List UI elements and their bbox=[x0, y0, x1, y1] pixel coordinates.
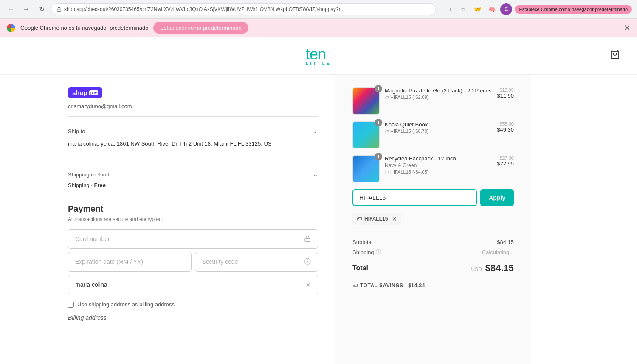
banner-text: Google Chrome no es tu navegador predete… bbox=[20, 25, 148, 31]
payment-title: Payment bbox=[68, 204, 318, 214]
subtotal-value: $84.15 bbox=[497, 239, 514, 245]
item-prices-backpack: $27.00 $22.95 bbox=[497, 155, 514, 167]
discount-remove-button[interactable]: ✕ bbox=[392, 216, 397, 222]
shopping-bag-icon bbox=[610, 49, 620, 59]
name-on-card-field[interactable]: ✕ bbox=[68, 275, 318, 294]
item-info-backpack: Recycled Backpack - 12 Inch Navy & Green… bbox=[385, 155, 492, 174]
payment-subtitle: All transactions are secure and encrypte… bbox=[68, 216, 318, 222]
browser-chrome: ← → ↻ shop.app/checkout/26030735465/cn/Z… bbox=[0, 0, 637, 19]
tag-icon: 🏷 bbox=[385, 170, 389, 174]
billing-same-label[interactable]: Use shipping address as billing address bbox=[77, 301, 175, 308]
name-on-card-input[interactable] bbox=[75, 275, 305, 294]
item-image-wrap: 1 bbox=[352, 121, 380, 148]
lock-icon bbox=[56, 7, 62, 12]
back-button[interactable]: ← bbox=[5, 3, 17, 15]
card-lock-icon bbox=[304, 235, 311, 242]
item-discount: 🏷 HIFALL15 (-$2.09) bbox=[385, 95, 492, 100]
shop-pay-logo: shop pay bbox=[68, 87, 102, 98]
expiry-security-row: ⓘ bbox=[68, 252, 318, 272]
security-code-input[interactable] bbox=[202, 252, 304, 271]
url-text: shop.app/checkout/26030735465/cn/Z2NwLXV… bbox=[64, 6, 344, 12]
item-badge-qty: 1 bbox=[375, 153, 382, 160]
svg-rect-2 bbox=[305, 238, 310, 241]
banner-close-button[interactable]: ✕ bbox=[624, 23, 630, 33]
item-prices-puzzle: $13.99 $11.90 bbox=[497, 87, 514, 99]
total-currency: USD bbox=[471, 266, 482, 272]
discount-code-input[interactable] bbox=[352, 189, 477, 206]
ship-to-row[interactable]: Ship to ⌄ bbox=[68, 123, 318, 139]
expiry-field[interactable] bbox=[68, 252, 192, 272]
item-name: Koala Quiet Book bbox=[385, 121, 492, 128]
security-code-field[interactable]: ⓘ bbox=[195, 252, 318, 272]
set-default-button[interactable]: Establecer como predeterminado bbox=[153, 22, 248, 34]
billing-checkbox-row[interactable]: Use shipping address as billing address bbox=[68, 301, 318, 308]
chrome-logo-icon bbox=[7, 24, 15, 32]
logo-ten: ten bbox=[306, 45, 326, 63]
item-discount: 🏷 HIFALL15 (-$4.05) bbox=[385, 169, 492, 174]
item-prices-koala: $58.00 $49.30 bbox=[497, 121, 514, 133]
extensions-button[interactable]: 🤝 bbox=[471, 3, 483, 15]
savings-label: TOTAL SAVINGS $14.84 bbox=[360, 283, 425, 288]
forward-button[interactable]: → bbox=[20, 3, 32, 15]
item-final-price: $22.95 bbox=[497, 160, 514, 167]
shop-pay-email: crismaryduno@gmail.com bbox=[68, 103, 318, 109]
total-savings-row: 🏷 TOTAL SAVINGS $14.84 bbox=[352, 279, 514, 288]
item-final-price: $49.30 bbox=[497, 126, 514, 133]
subtotal-row: Subtotal $84.15 bbox=[352, 237, 514, 247]
puzzle-button[interactable]: 🧠 bbox=[486, 3, 498, 15]
browser-action-group: □ ☆ 🤝 🧠 C Establece Chrome como navegado… bbox=[443, 3, 632, 15]
card-number-input[interactable] bbox=[75, 230, 304, 248]
subtotal-label: Subtotal bbox=[352, 239, 373, 245]
total-value-wrap: USD $84.15 bbox=[471, 263, 514, 274]
logo-little: LITTLE bbox=[306, 61, 331, 66]
item-info-koala: Koala Quiet Book 🏷 HIFALL15 (-$8.70) bbox=[385, 121, 492, 134]
checkout-layout: shop pay crismaryduno@gmail.com Ship to … bbox=[0, 75, 637, 364]
expiry-input[interactable] bbox=[75, 252, 184, 271]
shipping-method-label: Shipping method bbox=[68, 171, 110, 178]
star-button[interactable]: ☆ bbox=[457, 3, 469, 15]
svg-rect-0 bbox=[57, 9, 61, 11]
item-original-price: $27.00 bbox=[497, 155, 514, 160]
payment-section: Payment All transactions are secure and … bbox=[68, 204, 318, 321]
applied-discount-code: HIFALL15 bbox=[364, 216, 388, 222]
order-item: 1 Koala Quiet Book 🏷 HIFALL15 (-$8.70) $… bbox=[352, 121, 514, 148]
reload-button[interactable]: ↻ bbox=[36, 3, 48, 15]
security-help-icon[interactable]: ⓘ bbox=[304, 258, 311, 266]
ship-to-address: maria colina, yeica, 1861 NW South River… bbox=[68, 140, 318, 151]
item-info-puzzle: Magnetic Puzzle to Go (2 Pack) - 20 Piec… bbox=[385, 87, 492, 100]
divider-2 bbox=[68, 160, 318, 160]
total-value: $84.15 bbox=[485, 263, 514, 273]
total-row: Total USD $84.15 bbox=[352, 261, 514, 275]
item-badge-qty: 1 bbox=[375, 85, 382, 92]
totals-section: Subtotal $84.15 Shipping ⓘ Calculating..… bbox=[352, 232, 514, 288]
clear-name-icon[interactable]: ✕ bbox=[305, 281, 311, 289]
cart-icon[interactable] bbox=[610, 49, 620, 62]
profile-button[interactable]: C bbox=[500, 3, 512, 15]
shipping-info-icon[interactable]: ⓘ bbox=[376, 249, 381, 256]
shop-pay-badge: pay bbox=[89, 90, 99, 95]
logo: ten LITTLE bbox=[306, 45, 331, 66]
card-number-field[interactable] bbox=[68, 229, 318, 249]
default-browser-banner: Google Chrome no es tu navegador predete… bbox=[0, 19, 637, 37]
tag-icon: 🏷 bbox=[385, 129, 389, 134]
item-variant: Navy & Green bbox=[385, 162, 492, 168]
tag-icon: 🏷 bbox=[385, 95, 389, 100]
address-bar[interactable]: shop.app/checkout/26030735465/cn/Z2NwLXV… bbox=[51, 3, 436, 15]
billing-same-checkbox[interactable] bbox=[68, 302, 74, 308]
item-discount: 🏷 HIFALL15 (-$8.70) bbox=[385, 129, 492, 134]
shipping-method-section: Shipping method ⌄ Shipping · Free bbox=[68, 167, 318, 188]
item-image-wrap: 1 bbox=[352, 155, 380, 182]
divider-3 bbox=[68, 197, 318, 197]
shipping-label: Shipping ⓘ bbox=[352, 249, 381, 256]
ship-to-section: Ship to ⌄ maria colina, yeica, 1861 NW S… bbox=[68, 123, 318, 151]
order-item: 1 Recycled Backpack - 12 Inch Navy & Gre… bbox=[352, 155, 514, 182]
apply-discount-button[interactable]: Apply bbox=[480, 189, 514, 206]
discount-code-row: Apply bbox=[352, 189, 514, 206]
screenshot-button[interactable]: □ bbox=[443, 3, 454, 15]
ship-to-label: Ship to bbox=[68, 128, 85, 134]
ship-to-chevron-icon: ⌄ bbox=[313, 128, 318, 134]
total-label: Total bbox=[352, 264, 368, 272]
billing-address-title: Billing address bbox=[68, 314, 318, 321]
shipping-method-chevron-icon: ⌄ bbox=[313, 171, 318, 178]
shipping-method-row[interactable]: Shipping method ⌄ bbox=[68, 167, 318, 182]
